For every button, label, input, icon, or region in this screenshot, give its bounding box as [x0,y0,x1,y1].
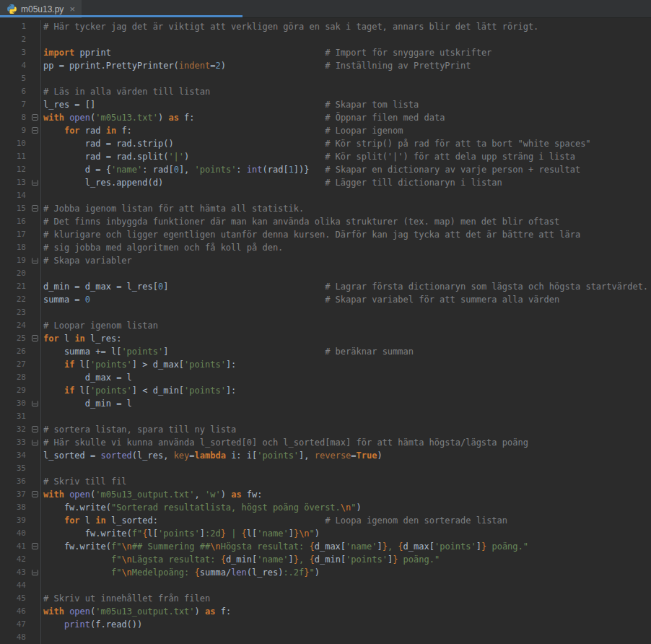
code-line[interactable]: 24# Loopar igenom listan [0,319,651,332]
code-line[interactable]: 35 [0,462,651,475]
code-line[interactable]: 47 print(f.read()) [0,618,651,631]
code-line[interactable]: 13 l_res.append(d) # Lägger till diction… [0,176,651,189]
gutter[interactable]: 33 [0,436,41,449]
close-icon[interactable]: × [67,4,75,14]
gutter[interactable]: 11 [0,150,41,163]
code-line[interactable]: 27 if l['points'] > d_max['points']: [0,358,651,371]
gutter[interactable]: 3 [0,46,41,59]
fold-end-icon[interactable] [32,440,38,445]
code-line[interactable]: 23 [0,306,651,319]
code-line[interactable]: 18# sig jobba med algoritmen och få koll… [0,241,651,254]
gutter[interactable]: 24 [0,319,41,332]
code-line[interactable]: 43 f"\nMedelpoäng: {summa/len(l_res):.2f… [0,566,651,579]
fold-collapse-icon[interactable] [32,491,38,497]
gutter[interactable]: 29 [0,384,41,397]
gutter[interactable]: 27 [0,358,41,371]
code-line[interactable]: 45# Skriv ut innehållet från filen [0,592,651,605]
code-line[interactable]: 1# Här tycker jag det är viktigt att ver… [0,20,651,33]
code-line[interactable]: 32# sortera listan, spara till ny lista [0,423,651,436]
code-line[interactable]: 41 fw.write(f"\n## Summering ##\nHögsta … [0,540,651,553]
code-line[interactable]: 42 f"\nLägsta resultat: {d_min['name']},… [0,553,651,566]
gutter[interactable]: 6 [0,85,41,98]
code-line[interactable]: 36# Skriv till fil [0,475,651,488]
gutter[interactable]: 48 [0,631,41,644]
gutter[interactable]: 2 [0,33,41,46]
code-line[interactable]: 15# Jobba igenom listan för att hämta al… [0,202,651,215]
gutter[interactable]: 20 [0,267,41,280]
code-line[interactable]: 21d_min = d_max = l_res[0] # Lagrar förs… [0,280,651,293]
fold-collapse-icon[interactable] [32,127,38,134]
gutter[interactable]: 25 [0,332,41,345]
gutter[interactable]: 13 [0,176,41,189]
gutter[interactable]: 9 [0,124,41,137]
code-line[interactable]: 28 d_max = l [0,371,651,384]
fold-end-icon[interactable] [32,570,38,575]
code-line[interactable]: 14 [0,189,651,202]
code-editor[interactable]: 1# Här tycker jag det är viktigt att ver… [0,18,651,644]
gutter[interactable]: 36 [0,475,41,488]
gutter[interactable]: 10 [0,137,41,150]
code-line[interactable]: 4pp = pprint.PrettyPrinter(indent=2) # I… [0,59,651,72]
code-line[interactable]: 38 fw.write("Sorterad resultatlista, hög… [0,501,651,514]
gutter[interactable]: 47 [0,618,41,631]
gutter[interactable]: 19 [0,254,41,267]
gutter[interactable]: 15 [0,202,41,215]
code-line[interactable]: 11 rad = rad.split('|') # Kör split('|')… [0,150,651,163]
gutter[interactable]: 45 [0,592,41,605]
code-line[interactable]: 9 for rad in f: # Loopar igenom [0,124,651,137]
gutter[interactable]: 44 [0,579,41,592]
gutter[interactable]: 40 [0,527,41,540]
gutter[interactable]: 14 [0,189,41,202]
code-line[interactable]: 30 d_min = l [0,397,651,410]
code-line[interactable]: 3import pprint # Import för snyggare uts… [0,46,651,59]
gutter[interactable]: 43 [0,566,41,579]
fold-collapse-icon[interactable] [32,426,38,432]
code-line[interactable]: 12 d = {'name': rad[0], 'points': int(ra… [0,163,651,176]
gutter[interactable]: 16 [0,215,41,228]
gutter[interactable]: 38 [0,501,41,514]
code-line[interactable]: 34l_sorted = sorted(l_res, key=lambda i:… [0,449,651,462]
gutter[interactable]: 7 [0,98,41,111]
fold-collapse-icon[interactable] [32,114,38,121]
gutter[interactable]: 18 [0,241,41,254]
code-line[interactable]: 40 fw.write(f"{l['points']:2d} | {l['nam… [0,527,651,540]
code-line[interactable]: 22summa = 0 # Skapar variabel för att su… [0,293,651,306]
code-line[interactable]: 6# Läs in alla värden till listan [0,85,651,98]
gutter[interactable]: 22 [0,293,41,306]
code-line[interactable]: 46with open('m05u13_output.txt') as f: [0,605,651,618]
code-line[interactable]: 10 rad = rad.strip() # Kör strip() på ra… [0,137,651,150]
code-line[interactable]: 44 [0,579,651,592]
gutter[interactable]: 21 [0,280,41,293]
fold-collapse-icon[interactable] [32,543,38,549]
fold-end-icon[interactable] [32,180,38,186]
code-line[interactable]: 5 [0,72,651,85]
gutter[interactable]: 28 [0,371,41,384]
gutter[interactable]: 31 [0,410,41,423]
gutter[interactable]: 46 [0,605,41,618]
gutter[interactable]: 8 [0,111,41,124]
code-line[interactable]: 39 for l in l_sorted: # Loopa igenom den… [0,514,651,527]
gutter[interactable]: 4 [0,59,41,72]
fold-collapse-icon[interactable] [32,205,38,212]
code-line[interactable]: 16# Det finns inbyggda funktioner där ma… [0,215,651,228]
gutter[interactable]: 37 [0,488,41,501]
gutter[interactable]: 1 [0,20,41,33]
code-line[interactable]: 20 [0,267,651,280]
fold-end-icon[interactable] [32,401,38,406]
code-line[interactable]: 2 [0,33,651,46]
code-line[interactable]: 25for l in l_res: [0,332,651,345]
gutter[interactable]: 17 [0,228,41,241]
fold-collapse-icon[interactable] [32,335,38,341]
code-line[interactable]: 17# klurigare och ligger egentligen utan… [0,228,651,241]
gutter[interactable]: 12 [0,163,41,176]
code-line[interactable]: 33# Här skulle vi kunna använda l_sorted… [0,436,651,449]
gutter[interactable]: 34 [0,449,41,462]
code-line[interactable]: 29 if l['points'] < d_min['points']: [0,384,651,397]
code-line[interactable]: 26 summa += l['points'] # beräknar summa… [0,345,651,358]
fold-end-icon[interactable] [32,258,38,264]
gutter[interactable]: 5 [0,72,41,85]
gutter[interactable]: 32 [0,423,41,436]
code-line[interactable]: 37with open('m05u13_output.txt', 'w') as… [0,488,651,501]
code-line[interactable]: 7l_res = [] # Skapar tom lista [0,98,651,111]
gutter[interactable]: 26 [0,345,41,358]
